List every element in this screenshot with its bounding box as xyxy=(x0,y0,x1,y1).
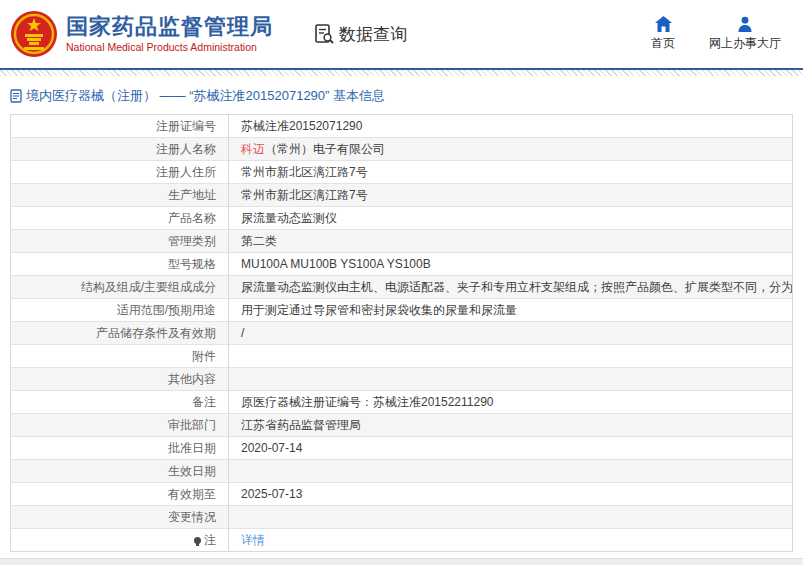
row-label: 附件 xyxy=(11,345,229,368)
row-value xyxy=(229,460,793,483)
info-table-body: 注册证编号苏械注准20152071290注册人名称科迈（常州）电子有限公司注册人… xyxy=(11,115,793,552)
row-label: 型号规格 xyxy=(11,253,229,276)
row-label: 注册证编号 xyxy=(11,115,229,138)
document-search-icon xyxy=(313,23,335,45)
page-header: 国家药品监督管理局 National Medical Products Admi… xyxy=(0,0,803,70)
row-value: 详情 xyxy=(229,529,793,552)
row-value: MU100A MU100B YS100A YS100B xyxy=(229,253,793,276)
table-row: 适用范围/预期用途用于测定通过导尿管和密封尿袋收集的尿量和尿流量 xyxy=(11,299,793,322)
table-row: 注详情 xyxy=(11,529,793,552)
table-row: 管理类别第二类 xyxy=(11,230,793,253)
table-row: 注册人住所常州市新北区漓江路7号 xyxy=(11,161,793,184)
row-value: 尿流量动态监测仪由主机、电源适配器、夹子和专用立杆支架组成；按照产品颜色、扩展类… xyxy=(229,276,793,299)
row-label: 生效日期 xyxy=(11,460,229,483)
row-label: 审批部门 xyxy=(11,414,229,437)
row-value: 常州市新北区漓江路7号 xyxy=(229,161,793,184)
nav-item-label: 首页 xyxy=(651,35,675,52)
row-label: 注册人住所 xyxy=(11,161,229,184)
row-label: 其他内容 xyxy=(11,368,229,391)
row-value: 原医疗器械注册证编号：苏械注准20152211290 xyxy=(229,391,793,414)
row-value xyxy=(229,506,793,529)
table-row: 结构及组成/主要组成成分尿流量动态监测仪由主机、电源适配器、夹子和专用立杆支架组… xyxy=(11,276,793,299)
row-label: 注 xyxy=(11,529,229,552)
highlighted-text: 科迈 xyxy=(241,142,265,156)
row-label: 有效期至 xyxy=(11,483,229,506)
row-label: 适用范围/预期用途 xyxy=(11,299,229,322)
table-row: 生效日期 xyxy=(11,460,793,483)
row-label: 结构及组成/主要组成成分 xyxy=(11,276,229,299)
footer-strip xyxy=(0,558,803,565)
row-value: 尿流量动态监测仪 xyxy=(229,207,793,230)
row-label: 生产地址 xyxy=(11,184,229,207)
header-nav: 首页 网上办事大厅 xyxy=(651,16,789,52)
table-row: 审批部门江苏省药品监督管理局 xyxy=(11,414,793,437)
document-icon xyxy=(10,89,22,103)
home-icon xyxy=(655,16,672,32)
row-value xyxy=(229,368,793,391)
nav-item-label: 网上办事大厅 xyxy=(709,35,781,52)
page-title: 境内医疗器械（注册） —— “苏械注准20152071290” 基本信息 xyxy=(26,87,385,105)
row-label: 变更情况 xyxy=(11,506,229,529)
org-title-block: 国家药品监督管理局 National Medical Products Admi… xyxy=(66,14,273,54)
registration-info-panel: 注册证编号苏械注准20152071290注册人名称科迈（常州）电子有限公司注册人… xyxy=(10,114,793,552)
row-label: 管理类别 xyxy=(11,230,229,253)
row-value: 第二类 xyxy=(229,230,793,253)
national-emblem-logo xyxy=(10,10,58,58)
row-label: 备注 xyxy=(11,391,229,414)
nav-item-home[interactable]: 首页 xyxy=(651,16,675,52)
org-name-cn: 国家药品监督管理局 xyxy=(66,14,273,40)
table-row: 变更情况 xyxy=(11,506,793,529)
org-name-en: National Medical Products Administration xyxy=(66,40,273,54)
row-value: 江苏省药品监督管理局 xyxy=(229,414,793,437)
table-row: 产品储存条件及有效期/ xyxy=(11,322,793,345)
row-value: 常州市新北区漓江路7号 xyxy=(229,184,793,207)
row-label: 批准日期 xyxy=(11,437,229,460)
row-value: 2025-07-13 xyxy=(229,483,793,506)
table-row: 生产地址常州市新北区漓江路7号 xyxy=(11,184,793,207)
row-value: / xyxy=(229,322,793,345)
row-label: 产品名称 xyxy=(11,207,229,230)
row-value: 用于测定通过导尿管和密封尿袋收集的尿量和尿流量 xyxy=(229,299,793,322)
table-row: 批准日期2020-07-14 xyxy=(11,437,793,460)
table-row: 注册人名称科迈（常州）电子有限公司 xyxy=(11,138,793,161)
table-row: 型号规格MU100A MU100B YS100A YS100B xyxy=(11,253,793,276)
row-label: 注册人名称 xyxy=(11,138,229,161)
row-value: 科迈（常州）电子有限公司 xyxy=(229,138,793,161)
data-query-section: 数据查询 xyxy=(313,23,407,46)
info-table: 注册证编号苏械注准20152071290注册人名称科迈（常州）电子有限公司注册人… xyxy=(10,114,793,552)
table-row: 有效期至2025-07-13 xyxy=(11,483,793,506)
table-row: 附件 xyxy=(11,345,793,368)
section-title: 数据查询 xyxy=(339,23,407,46)
row-value xyxy=(229,345,793,368)
row-value: 苏械注准20152071290 xyxy=(229,115,793,138)
nav-item-service-hall[interactable]: 网上办事大厅 xyxy=(709,16,781,52)
table-row: 注册证编号苏械注准20152071290 xyxy=(11,115,793,138)
detail-link[interactable]: 详情 xyxy=(241,533,265,547)
bulb-icon xyxy=(194,537,201,544)
row-label: 产品储存条件及有效期 xyxy=(11,322,229,345)
table-row: 产品名称尿流量动态监测仪 xyxy=(11,207,793,230)
user-icon xyxy=(737,16,753,32)
breadcrumb: 境内医疗器械（注册） —— “苏械注准20152071290” 基本信息 xyxy=(0,76,803,114)
row-value: 2020-07-14 xyxy=(229,437,793,460)
table-row: 其他内容 xyxy=(11,368,793,391)
table-row: 备注原医疗器械注册证编号：苏械注准20152211290 xyxy=(11,391,793,414)
